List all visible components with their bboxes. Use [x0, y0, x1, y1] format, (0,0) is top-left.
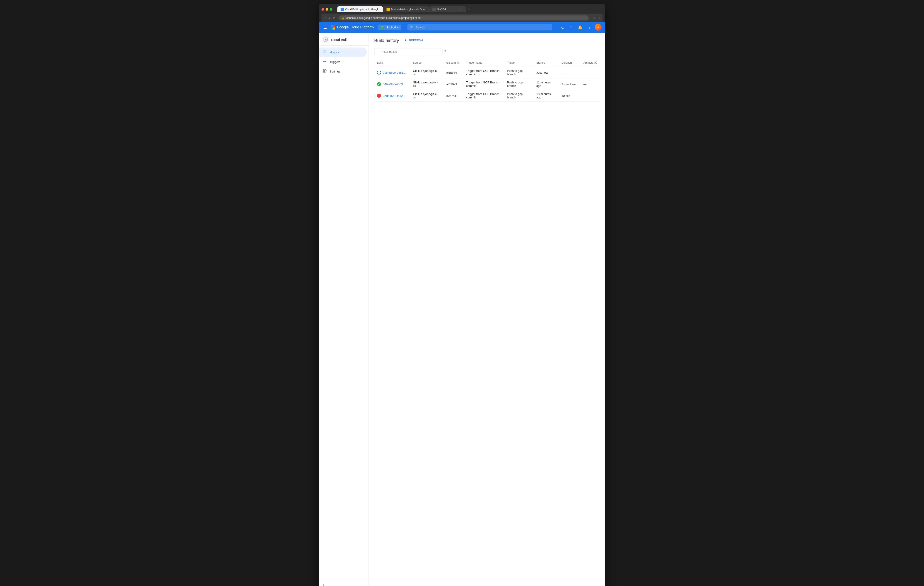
started-cell-2: 11 minutes ago — [534, 78, 559, 90]
status-running-icon-1 — [377, 71, 381, 74]
col-header-git-commit: Git commit — [444, 59, 464, 67]
browser-tab-2[interactable]: Bucket details - git-ci-cd - Goo... ✕ — [383, 7, 429, 12]
topnav-logo: Google Cloud Platform — [331, 25, 374, 30]
sidebar-collapse-button[interactable]: ◁ — [319, 579, 368, 586]
trigger-cell-3: Push to gcp branch — [504, 90, 534, 102]
source-cell-3: GitHub ajonp/git-ci-cd — [410, 90, 444, 102]
tab-favicon-1 — [341, 8, 344, 11]
trigger-cell-1: Push to gcp branch — [504, 67, 534, 78]
svg-point-6 — [324, 71, 325, 72]
table-row: ✓ 54fe23b0-4063... GitHub ajonp/git-ci-c… — [374, 78, 600, 90]
table-row: 7c84bbce-b486... GitHub ajonp/git-ci-cd … — [374, 67, 600, 78]
trigger-name-cell-2: Trigger from GCP Branch commit — [464, 78, 504, 90]
cloud-shell-button[interactable] — [558, 24, 566, 31]
table-header: Build Source Git commit Trigger name Tri… — [374, 59, 600, 67]
history-icon — [322, 50, 327, 55]
duration-cell-3: 10 sec — [559, 90, 581, 102]
build-link-3[interactable]: 37dd15d1-fed2... — [383, 94, 405, 97]
commit-cell-2: a70f0a9 — [444, 78, 464, 90]
tab-label-3: GitCiCd — [437, 8, 446, 11]
tab-label-2: Bucket details - git-ci-cd - Goo... — [391, 8, 427, 11]
artifacts-cell-1: — — [581, 67, 600, 78]
status-success-icon-2: ✓ — [377, 82, 381, 86]
topnav: ☰ Google Cloud Platform ⬡ git-ci-cd ▾ 🔍 … — [319, 22, 605, 33]
bookmark-icon[interactable]: ☆ — [593, 16, 596, 20]
nav-item-settings[interactable]: Settings — [319, 67, 367, 76]
started-cell-1: Just now — [534, 67, 559, 78]
main-layout: Cloud Build History — [319, 33, 605, 586]
browser-tab-1[interactable]: Cloud Build - git-ci-cd - Googl... ✕ — [337, 7, 383, 12]
search-icon: 🔍 — [410, 26, 414, 29]
filter-help-icon[interactable]: ? — [444, 50, 446, 54]
filter-wrapper: 🔍 — [374, 48, 442, 55]
extensions-icon[interactable]: ⊞ — [597, 16, 600, 20]
settings-icon — [322, 69, 327, 74]
duration-cell-2: 2 min 1 sec — [559, 78, 581, 90]
table-body: 7c84bbce-b486... GitHub ajonp/git-ci-cd … — [374, 67, 600, 102]
help-button[interactable]: ? — [568, 24, 575, 31]
close-dot[interactable] — [322, 8, 324, 11]
build-link-1[interactable]: 7c84bbce-b486... — [383, 71, 406, 74]
lock-icon: 🔒 — [342, 16, 345, 20]
artifacts-cell-2: — — [581, 78, 600, 90]
minimize-dot[interactable] — [325, 8, 328, 11]
sidebar-product-name: Cloud Build — [331, 38, 348, 41]
sidebar-nav: History Triggers — [319, 46, 368, 579]
col-header-started: Started — [534, 59, 559, 67]
tab-close-3[interactable]: ✕ — [459, 8, 462, 11]
search-placeholder: Search — [416, 26, 425, 29]
build-cell-1: 7c84bbce-b486... — [374, 67, 410, 78]
nav-item-triggers[interactable]: Triggers — [319, 57, 367, 67]
browser-tab-3[interactable]: GitCiCd ✕ — [429, 7, 465, 12]
forward-button[interactable]: › — [328, 16, 331, 20]
commit-cell-3: e0e7a11 — [444, 90, 464, 102]
product-icon — [322, 36, 329, 43]
filter-input[interactable] — [374, 48, 442, 55]
artifacts-help-icon[interactable]: ⓘ — [594, 61, 597, 64]
trigger-name-cell-3: Trigger from GCP Branch commit — [464, 90, 504, 102]
new-tab-button[interactable]: + — [466, 7, 472, 12]
source-cell-1: GitHub ajonp/git-ci-cd — [410, 67, 444, 78]
nav-item-history[interactable]: History — [319, 48, 367, 57]
page-title: Build history — [374, 38, 399, 43]
more-button[interactable]: ⋮ — [586, 24, 593, 31]
started-cell-3: 13 minutes ago — [534, 90, 559, 102]
search-bar[interactable]: 🔍 Search — [408, 24, 552, 30]
reload-button[interactable]: ↺ — [332, 16, 337, 20]
browser-chrome: Cloud Build - git-ci-cd - Googl... ✕ Buc… — [319, 4, 605, 22]
refresh-label: REFRESH — [409, 39, 423, 42]
col-header-artifacts: Artifacts ⓘ — [581, 59, 600, 67]
source-cell-2: GitHub ajonp/git-ci-cd — [410, 78, 444, 90]
user-avatar[interactable]: A — [595, 24, 602, 31]
address-bar[interactable]: 🔒 console.cloud.google.com/cloud-build/b… — [339, 15, 589, 20]
content-area: Build history ↻ REFRESH 🔍 ? — [369, 33, 605, 586]
tab-close-2[interactable]: ✕ — [428, 8, 429, 11]
back-button[interactable]: ‹ — [324, 16, 327, 20]
notifications-button[interactable]: 🔔 — [577, 24, 584, 31]
url-text: console.cloud.google.com/cloud-build/bui… — [346, 16, 421, 20]
menu-icon[interactable]: ☰ — [322, 24, 328, 31]
browser-addressbar: ‹ › ↺ 🔒 console.cloud.google.com/cloud-b… — [322, 14, 602, 22]
browser-window: Cloud Build - git-ci-cd - Googl... ✕ Buc… — [319, 4, 605, 586]
tab-favicon-3 — [432, 8, 436, 11]
nav-buttons: ‹ › ↺ — [324, 16, 337, 20]
col-header-source: Source — [410, 59, 444, 67]
project-icon: ⬡ — [381, 25, 384, 29]
app-name: Google Cloud Platform — [337, 25, 374, 29]
project-selector[interactable]: ⬡ git-ci-cd ▾ — [378, 25, 401, 30]
browser-controls: Cloud Build - git-ci-cd - Googl... ✕ Buc… — [322, 7, 602, 12]
build-link-2[interactable]: 54fe23b0-4063... — [383, 82, 405, 86]
tab-label-1: Cloud Build - git-ci-cd - Googl... — [345, 8, 380, 11]
browser-tabs: Cloud Build - git-ci-cd - Googl... ✕ Buc… — [337, 7, 472, 12]
col-header-duration: Duration — [559, 59, 581, 67]
maximize-dot[interactable] — [330, 8, 332, 11]
browser-actions: ☆ ⊞ — [593, 16, 600, 20]
sidebar-header: Cloud Build — [319, 33, 368, 46]
build-cell-2: ✓ 54fe23b0-4063... — [374, 78, 410, 90]
filter-bar: 🔍 ? — [374, 48, 600, 55]
tab-close-1[interactable]: ✕ — [381, 8, 383, 11]
google-logo — [331, 25, 335, 30]
project-name: git-ci-cd — [386, 26, 396, 29]
refresh-button[interactable]: ↻ REFRESH — [403, 37, 425, 44]
col-header-build: Build — [374, 59, 410, 67]
